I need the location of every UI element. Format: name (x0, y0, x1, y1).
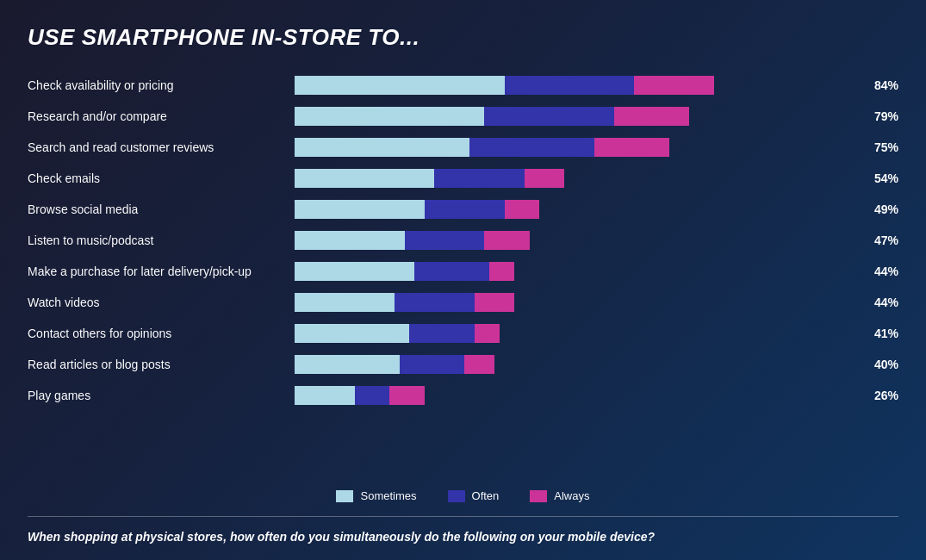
chart-row: Research and/or compare79% (28, 101, 898, 132)
chart-title: USE SMARTPHONE IN-STORE TO... (28, 24, 898, 51)
row-pct: 84% (859, 78, 898, 92)
bar-often (400, 355, 464, 374)
bar-area (295, 231, 852, 250)
bar-always (489, 262, 514, 281)
row-label: Research and/or compare (28, 109, 295, 123)
bar-always (475, 293, 514, 312)
bar-sometimes (295, 107, 484, 126)
bar-area (295, 324, 852, 343)
bar-often (409, 324, 474, 343)
legend: SometimesOftenAlways (28, 489, 898, 502)
legend-label: Often (472, 489, 500, 502)
legend-color-box (530, 490, 547, 502)
row-label: Watch videos (28, 296, 295, 309)
bar-always (464, 355, 494, 374)
row-label: Make a purchase for later delivery/pick‑… (28, 264, 295, 278)
bar-sometimes (295, 355, 400, 374)
chart-row: Check emails54% (28, 163, 898, 194)
bar-area (295, 386, 852, 405)
row-pct: 75% (859, 140, 898, 154)
row-label: Play games (28, 389, 295, 402)
chart-container: USE SMARTPHONE IN-STORE TO... Check avai… (0, 0, 926, 560)
bar-sometimes (295, 262, 414, 281)
bar-always (475, 324, 500, 343)
bar-often (434, 169, 524, 188)
row-label: Check emails (28, 171, 295, 185)
bar-area (295, 76, 852, 95)
bar-often (414, 262, 489, 281)
bar-often (355, 386, 390, 405)
row-pct: 49% (859, 202, 898, 216)
bar-sometimes (295, 324, 409, 343)
chart-body: Check availability or pricing84%Research… (28, 70, 898, 481)
row-label: Search and read customer reviews (28, 140, 295, 154)
bar-area (295, 169, 852, 188)
bar-area (295, 262, 852, 281)
row-label: Read articles or blog posts (28, 358, 295, 371)
bar-always (484, 231, 529, 250)
chart-row: Play games26% (28, 380, 898, 411)
bar-area (295, 293, 852, 312)
chart-row: Make a purchase for later delivery/pick‑… (28, 256, 898, 287)
bar-often (405, 231, 485, 250)
divider (28, 516, 898, 517)
footnote: When shopping at physical stores, how of… (28, 524, 898, 546)
bar-sometimes (295, 386, 355, 405)
bar-always (505, 200, 540, 219)
chart-row: Read articles or blog posts40% (28, 349, 898, 380)
row-label: Check availability or pricing (28, 78, 295, 92)
legend-item: Sometimes (336, 489, 416, 502)
legend-item: Often (448, 489, 500, 502)
bar-sometimes (295, 231, 405, 250)
legend-item: Always (530, 489, 589, 502)
row-pct: 47% (859, 233, 898, 247)
bar-area (295, 200, 852, 219)
row-pct: 44% (859, 296, 898, 309)
bar-always (614, 107, 689, 126)
bar-area (295, 138, 852, 157)
bar-sometimes (295, 200, 425, 219)
legend-color-box (336, 490, 353, 502)
bar-sometimes (295, 138, 469, 157)
bar-often (395, 293, 475, 312)
chart-row: Browse social media49% (28, 194, 898, 225)
chart-row: Check availability or pricing84% (28, 70, 898, 101)
chart-row: Contact others for opinions41% (28, 318, 898, 349)
row-pct: 79% (859, 109, 898, 123)
bar-sometimes (295, 76, 505, 95)
row-pct: 40% (859, 358, 898, 371)
row-pct: 26% (859, 389, 898, 402)
row-label: Browse social media (28, 202, 295, 216)
row-pct: 41% (859, 327, 898, 340)
bar-area (295, 107, 852, 126)
legend-label: Sometimes (360, 489, 416, 502)
bar-sometimes (295, 169, 434, 188)
bar-sometimes (295, 293, 395, 312)
chart-row: Watch videos44% (28, 287, 898, 318)
legend-label: Always (554, 489, 589, 502)
bar-often (469, 138, 594, 157)
bar-always (634, 76, 714, 95)
bar-always (594, 138, 669, 157)
bar-always (389, 386, 425, 405)
bar-often (484, 107, 614, 126)
row-pct: 44% (859, 264, 898, 278)
chart-row: Listen to music/podcast47% (28, 225, 898, 256)
bar-often (425, 200, 505, 219)
chart-row: Search and read customer reviews75% (28, 132, 898, 163)
legend-color-box (448, 490, 465, 502)
row-label: Contact others for opinions (28, 327, 295, 340)
row-label: Listen to music/podcast (28, 233, 295, 247)
bar-area (295, 355, 852, 374)
bar-always (525, 169, 564, 188)
row-pct: 54% (859, 171, 898, 185)
bar-often (505, 76, 635, 95)
